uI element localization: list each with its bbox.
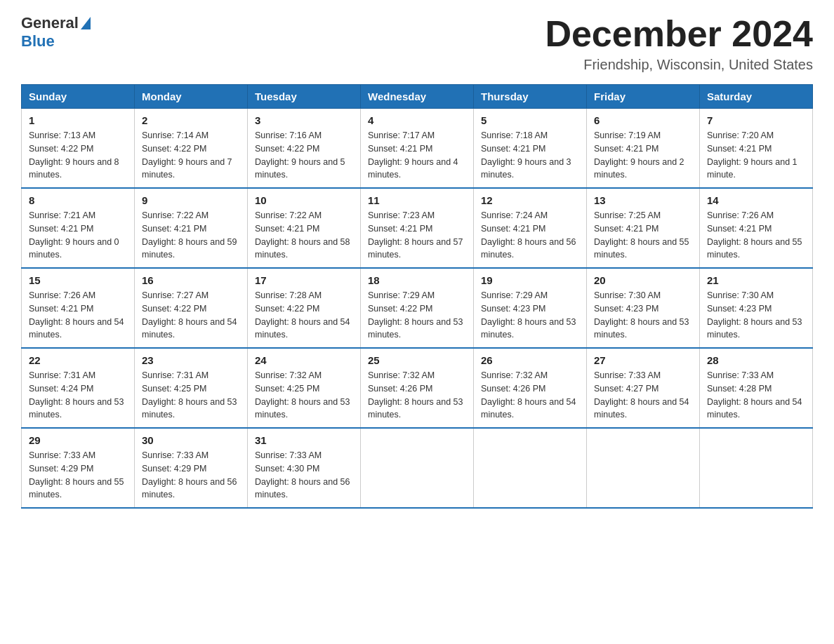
- day-info: Sunrise: 7:13 AM Sunset: 4:22 PM Dayligh…: [29, 129, 127, 182]
- day-info: Sunrise: 7:18 AM Sunset: 4:21 PM Dayligh…: [481, 129, 579, 182]
- calendar-cell: 31 Sunrise: 7:33 AM Sunset: 4:30 PM Dayl…: [248, 428, 361, 508]
- calendar-cell: 19 Sunrise: 7:29 AM Sunset: 4:23 PM Dayl…: [474, 268, 587, 348]
- calendar-cell: 22 Sunrise: 7:31 AM Sunset: 4:24 PM Dayl…: [22, 348, 135, 428]
- day-number: 1: [29, 114, 127, 126]
- calendar-cell: 9 Sunrise: 7:22 AM Sunset: 4:21 PM Dayli…: [135, 188, 248, 268]
- day-info: Sunrise: 7:27 AM Sunset: 4:22 PM Dayligh…: [142, 289, 240, 342]
- calendar-cell: 4 Sunrise: 7:17 AM Sunset: 4:21 PM Dayli…: [361, 109, 474, 189]
- day-info: Sunrise: 7:33 AM Sunset: 4:28 PM Dayligh…: [707, 369, 805, 422]
- day-info: Sunrise: 7:23 AM Sunset: 4:21 PM Dayligh…: [368, 209, 466, 262]
- calendar-cell: 13 Sunrise: 7:25 AM Sunset: 4:21 PM Dayl…: [587, 188, 700, 268]
- weekday-header-friday: Friday: [587, 85, 700, 109]
- calendar-cell: 6 Sunrise: 7:19 AM Sunset: 4:21 PM Dayli…: [587, 109, 700, 189]
- calendar-cell: 10 Sunrise: 7:22 AM Sunset: 4:21 PM Dayl…: [248, 188, 361, 268]
- day-number: 10: [255, 194, 353, 206]
- weekday-header-row: SundayMondayTuesdayWednesdayThursdayFrid…: [22, 85, 813, 109]
- day-number: 18: [368, 274, 466, 286]
- calendar-cell: 21 Sunrise: 7:30 AM Sunset: 4:23 PM Dayl…: [700, 268, 813, 348]
- calendar-week-row: 8 Sunrise: 7:21 AM Sunset: 4:21 PM Dayli…: [22, 188, 813, 268]
- calendar-cell: 5 Sunrise: 7:18 AM Sunset: 4:21 PM Dayli…: [474, 109, 587, 189]
- calendar-cell: 16 Sunrise: 7:27 AM Sunset: 4:22 PM Dayl…: [135, 268, 248, 348]
- day-number: 29: [29, 434, 127, 446]
- weekday-header-saturday: Saturday: [700, 85, 813, 109]
- day-number: 17: [255, 274, 353, 286]
- day-number: 9: [142, 194, 240, 206]
- calendar-title: December 2024: [545, 14, 813, 54]
- calendar-cell: 28 Sunrise: 7:33 AM Sunset: 4:28 PM Dayl…: [700, 348, 813, 428]
- calendar-cell: 8 Sunrise: 7:21 AM Sunset: 4:21 PM Dayli…: [22, 188, 135, 268]
- day-number: 8: [29, 194, 127, 206]
- weekday-header-thursday: Thursday: [474, 85, 587, 109]
- calendar-cell: 7 Sunrise: 7:20 AM Sunset: 4:21 PM Dayli…: [700, 109, 813, 189]
- day-number: 11: [368, 194, 466, 206]
- calendar-cell: 24 Sunrise: 7:32 AM Sunset: 4:25 PM Dayl…: [248, 348, 361, 428]
- calendar-cell: [474, 428, 587, 508]
- calendar-cell: 25 Sunrise: 7:32 AM Sunset: 4:26 PM Dayl…: [361, 348, 474, 428]
- calendar-cell: 18 Sunrise: 7:29 AM Sunset: 4:22 PM Dayl…: [361, 268, 474, 348]
- day-number: 21: [707, 274, 805, 286]
- calendar-cell: [361, 428, 474, 508]
- logo-general-text: General: [21, 14, 79, 32]
- calendar-cell: 12 Sunrise: 7:24 AM Sunset: 4:21 PM Dayl…: [474, 188, 587, 268]
- day-info: Sunrise: 7:26 AM Sunset: 4:21 PM Dayligh…: [707, 209, 805, 262]
- day-number: 20: [594, 274, 692, 286]
- weekday-header-tuesday: Tuesday: [248, 85, 361, 109]
- day-info: Sunrise: 7:29 AM Sunset: 4:22 PM Dayligh…: [368, 289, 466, 342]
- calendar-cell: 14 Sunrise: 7:26 AM Sunset: 4:21 PM Dayl…: [700, 188, 813, 268]
- day-info: Sunrise: 7:33 AM Sunset: 4:27 PM Dayligh…: [594, 369, 692, 422]
- day-info: Sunrise: 7:33 AM Sunset: 4:29 PM Dayligh…: [29, 449, 127, 502]
- day-info: Sunrise: 7:25 AM Sunset: 4:21 PM Dayligh…: [594, 209, 692, 262]
- calendar-title-block: December 2024 Friendship, Wisconsin, Uni…: [545, 14, 813, 73]
- calendar-week-row: 15 Sunrise: 7:26 AM Sunset: 4:21 PM Dayl…: [22, 268, 813, 348]
- day-info: Sunrise: 7:32 AM Sunset: 4:26 PM Dayligh…: [481, 369, 579, 422]
- day-number: 28: [707, 354, 805, 366]
- day-number: 23: [142, 354, 240, 366]
- day-number: 16: [142, 274, 240, 286]
- day-info: Sunrise: 7:31 AM Sunset: 4:24 PM Dayligh…: [29, 369, 127, 422]
- day-info: Sunrise: 7:22 AM Sunset: 4:21 PM Dayligh…: [142, 209, 240, 262]
- weekday-header-wednesday: Wednesday: [361, 85, 474, 109]
- calendar-cell: 20 Sunrise: 7:30 AM Sunset: 4:23 PM Dayl…: [587, 268, 700, 348]
- day-number: 25: [368, 354, 466, 366]
- calendar-cell: 11 Sunrise: 7:23 AM Sunset: 4:21 PM Dayl…: [361, 188, 474, 268]
- logo-triangle-icon: [81, 17, 91, 29]
- day-info: Sunrise: 7:24 AM Sunset: 4:21 PM Dayligh…: [481, 209, 579, 262]
- day-number: 27: [594, 354, 692, 366]
- calendar-week-row: 1 Sunrise: 7:13 AM Sunset: 4:22 PM Dayli…: [22, 109, 813, 189]
- day-info: Sunrise: 7:26 AM Sunset: 4:21 PM Dayligh…: [29, 289, 127, 342]
- day-info: Sunrise: 7:16 AM Sunset: 4:22 PM Dayligh…: [255, 129, 353, 182]
- day-info: Sunrise: 7:29 AM Sunset: 4:23 PM Dayligh…: [481, 289, 579, 342]
- calendar-cell: 1 Sunrise: 7:13 AM Sunset: 4:22 PM Dayli…: [22, 109, 135, 189]
- calendar-cell: 3 Sunrise: 7:16 AM Sunset: 4:22 PM Dayli…: [248, 109, 361, 189]
- calendar-cell: [587, 428, 700, 508]
- day-number: 30: [142, 434, 240, 446]
- day-info: Sunrise: 7:30 AM Sunset: 4:23 PM Dayligh…: [707, 289, 805, 342]
- calendar-week-row: 29 Sunrise: 7:33 AM Sunset: 4:29 PM Dayl…: [22, 428, 813, 508]
- logo-blue-text: Blue: [21, 32, 55, 51]
- day-info: Sunrise: 7:30 AM Sunset: 4:23 PM Dayligh…: [594, 289, 692, 342]
- day-info: Sunrise: 7:33 AM Sunset: 4:29 PM Dayligh…: [142, 449, 240, 502]
- day-info: Sunrise: 7:21 AM Sunset: 4:21 PM Dayligh…: [29, 209, 127, 262]
- day-info: Sunrise: 7:32 AM Sunset: 4:26 PM Dayligh…: [368, 369, 466, 422]
- calendar-cell: 23 Sunrise: 7:31 AM Sunset: 4:25 PM Dayl…: [135, 348, 248, 428]
- weekday-header-sunday: Sunday: [22, 85, 135, 109]
- calendar-cell: [700, 428, 813, 508]
- day-number: 15: [29, 274, 127, 286]
- day-info: Sunrise: 7:14 AM Sunset: 4:22 PM Dayligh…: [142, 129, 240, 182]
- day-number: 14: [707, 194, 805, 206]
- day-info: Sunrise: 7:31 AM Sunset: 4:25 PM Dayligh…: [142, 369, 240, 422]
- day-number: 3: [255, 114, 353, 126]
- day-info: Sunrise: 7:28 AM Sunset: 4:22 PM Dayligh…: [255, 289, 353, 342]
- weekday-header-monday: Monday: [135, 85, 248, 109]
- calendar-cell: 15 Sunrise: 7:26 AM Sunset: 4:21 PM Dayl…: [22, 268, 135, 348]
- day-number: 13: [594, 194, 692, 206]
- calendar-cell: 2 Sunrise: 7:14 AM Sunset: 4:22 PM Dayli…: [135, 109, 248, 189]
- day-info: Sunrise: 7:32 AM Sunset: 4:25 PM Dayligh…: [255, 369, 353, 422]
- day-info: Sunrise: 7:22 AM Sunset: 4:21 PM Dayligh…: [255, 209, 353, 262]
- calendar-week-row: 22 Sunrise: 7:31 AM Sunset: 4:24 PM Dayl…: [22, 348, 813, 428]
- day-number: 2: [142, 114, 240, 126]
- calendar-cell: 30 Sunrise: 7:33 AM Sunset: 4:29 PM Dayl…: [135, 428, 248, 508]
- day-number: 19: [481, 274, 579, 286]
- calendar-table: SundayMondayTuesdayWednesdayThursdayFrid…: [21, 84, 813, 509]
- page-header: General Blue December 2024 Friendship, W…: [21, 14, 813, 73]
